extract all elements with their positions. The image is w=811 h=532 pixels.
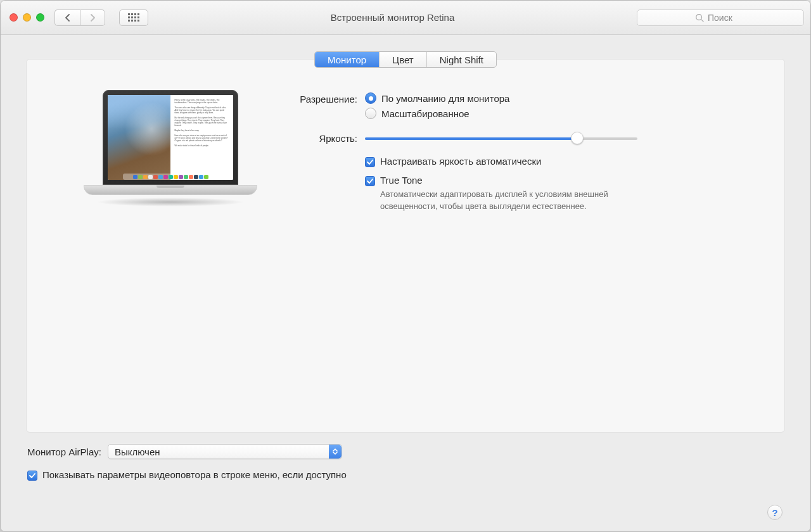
search-icon [695, 13, 704, 22]
radio-icon [365, 108, 376, 119]
search-input[interactable] [708, 13, 746, 23]
fullscreen-icon[interactable] [36, 13, 44, 22]
checkbox-auto-brightness[interactable]: Настраивать яркость автоматически [365, 156, 759, 167]
checkbox-icon [27, 471, 37, 481]
true-tone-row: True Tone Автоматически адаптировать дис… [283, 175, 759, 213]
titlebar: Встроенный монитор Retina [1, 1, 810, 35]
radio-label: По умолчанию для монитора [381, 93, 509, 104]
true-tone-description: Автоматически адаптировать дисплей к усл… [380, 189, 653, 213]
grid-icon [128, 13, 139, 22]
form: Разрешение: По умолчанию для монитора Ма… [283, 92, 759, 219]
checkbox-label: Показывать параметры видеоповтора в стро… [42, 469, 347, 480]
checkbox-label: True Tone [380, 175, 423, 186]
search-field[interactable] [637, 10, 804, 26]
back-button[interactable] [54, 10, 80, 26]
body: Монитор Цвет Night Shift Here's to the c… [1, 35, 810, 490]
airplay-label: Монитор AirPlay: [27, 446, 101, 457]
checkbox-true-tone[interactable]: True Tone [365, 175, 759, 186]
preferences-window: Встроенный монитор Retina Монитор Цвет N… [0, 0, 811, 532]
forward-button[interactable] [80, 10, 105, 26]
slider-fill [365, 137, 577, 140]
tab-bar: Монитор Цвет Night Shift [314, 51, 497, 68]
show-all-button[interactable] [119, 10, 148, 26]
checkbox-mirroring-menu[interactable]: Показывать параметры видеоповтора в стро… [27, 469, 784, 481]
tab-color[interactable]: Цвет [380, 52, 427, 67]
brightness-row: Яркость: [283, 130, 759, 144]
content: Here's to the crazy ones. The misfits. T… [27, 92, 784, 219]
chevron-right-icon [89, 14, 96, 22]
svg-line-1 [701, 19, 704, 22]
radio-scaled[interactable]: Масштабированное [365, 108, 759, 119]
brightness-slider[interactable] [365, 132, 637, 144]
minimize-icon[interactable] [23, 13, 31, 22]
radio-icon [365, 92, 376, 104]
airplay-select[interactable]: Выключен [108, 444, 342, 459]
radio-label: Масштабированное [381, 108, 469, 119]
window-title: Встроенный монитор Retina [155, 12, 630, 23]
chevron-left-icon [65, 14, 71, 22]
tab-nightshift[interactable]: Night Shift [427, 52, 496, 67]
nav-buttons [54, 10, 105, 26]
tab-label: Монитор [328, 54, 366, 65]
close-icon[interactable] [10, 13, 18, 22]
checkbox-label: Настраивать яркость автоматически [380, 156, 541, 167]
settings-panel: Монитор Цвет Night Shift Here's to the c… [26, 59, 785, 433]
resolution-label: Разрешение: [283, 92, 365, 104]
airplay-row: Монитор AirPlay: Выключен [27, 444, 784, 459]
auto-brightness-row: Настраивать яркость автоматически [283, 156, 759, 167]
tab-monitor[interactable]: Монитор [315, 52, 380, 67]
checkbox-icon [365, 157, 375, 167]
tab-label: Night Shift [440, 54, 483, 65]
checkbox-icon [365, 176, 375, 186]
window-controls [10, 13, 44, 22]
select-stepper-icon [329, 445, 342, 459]
resolution-row: Разрешение: По умолчанию для монитора Ма… [283, 92, 759, 119]
help-button[interactable]: ? [767, 505, 782, 520]
bottom-area: Монитор AirPlay: Выключен Показывать пар… [26, 433, 785, 481]
brightness-label: Яркость: [283, 130, 365, 144]
tab-label: Цвет [392, 54, 414, 65]
display-illustration: Here's to the crazy ones. The misfits. T… [84, 90, 257, 210]
airplay-value: Выключен [115, 446, 160, 457]
slider-thumb[interactable] [571, 132, 584, 144]
radio-default[interactable]: По умолчанию для монитора [365, 92, 759, 104]
help-icon: ? [772, 507, 777, 518]
